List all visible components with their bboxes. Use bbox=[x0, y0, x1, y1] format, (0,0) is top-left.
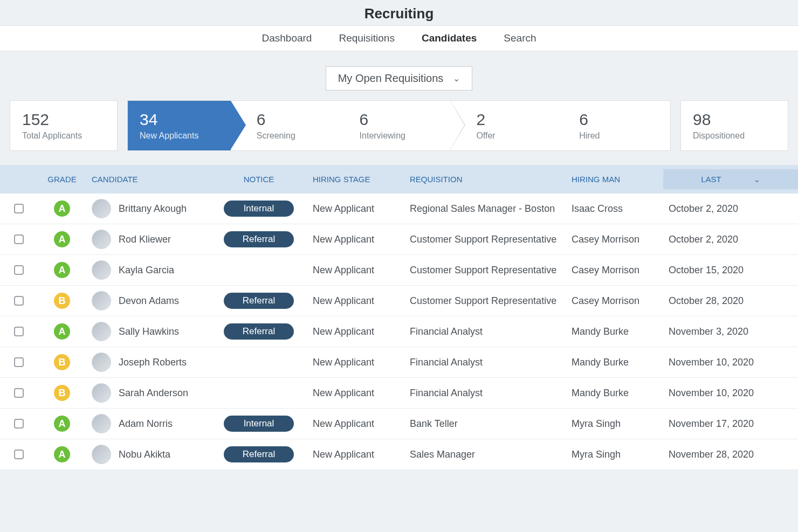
stage-new-applicants[interactable]: 34 New Applicants bbox=[128, 101, 231, 150]
total-applicants-label: Total Applicants bbox=[22, 131, 105, 141]
hiring-stage: New Applicant bbox=[307, 229, 404, 251]
row-checkbox[interactable] bbox=[14, 327, 24, 336]
row-checkbox[interactable] bbox=[14, 357, 24, 367]
col-header-stage[interactable]: HIRING STAGE bbox=[307, 169, 404, 189]
grade-badge: A bbox=[54, 262, 70, 278]
stage-offer[interactable]: 2 Offer bbox=[450, 101, 567, 150]
table-row[interactable]: BJoseph RobertsNew ApplicantFinancial An… bbox=[0, 347, 798, 378]
row-checkbox[interactable] bbox=[14, 419, 24, 429]
table-row[interactable]: ANobu AkiktaReferralNew ApplicantSales M… bbox=[0, 439, 798, 470]
row-checkbox[interactable] bbox=[14, 265, 24, 275]
grade-badge: A bbox=[54, 201, 70, 217]
hiring-stage: New Applicant bbox=[307, 198, 404, 220]
hiring-stage: New Applicant bbox=[307, 413, 404, 435]
avatar bbox=[92, 383, 111, 403]
tab-candidates[interactable]: Candidates bbox=[422, 32, 477, 44]
page-title: Recruiting bbox=[0, 5, 798, 22]
candidates-table: GRADE CANDIDATE NOTICE HIRING STAGE REQU… bbox=[0, 165, 798, 470]
hiring-manager: Myra Singh bbox=[566, 413, 663, 435]
last-date: October 15, 2020 bbox=[663, 259, 798, 281]
requisition-name: Customer Support Representative bbox=[404, 290, 566, 312]
candidate-name[interactable]: Brittany Akough bbox=[119, 203, 187, 215]
col-header-last[interactable]: LAST ⌄ bbox=[663, 169, 798, 189]
stage-hired[interactable]: 6 Hired bbox=[567, 101, 670, 150]
notice-badge: Referral bbox=[224, 323, 294, 340]
notice-badge: Referral bbox=[224, 231, 294, 247]
avatar bbox=[92, 199, 111, 218]
col-header-candidate[interactable]: CANDIDATE bbox=[86, 169, 210, 189]
grade-badge: A bbox=[54, 323, 70, 340]
table-row[interactable]: ABrittany AkoughInternalNew ApplicantReg… bbox=[0, 194, 798, 224]
grade-badge: B bbox=[54, 293, 70, 309]
table-row[interactable]: BSarah AndersonNew ApplicantFinancial An… bbox=[0, 378, 798, 409]
candidate-name[interactable]: Kayla Garcia bbox=[119, 265, 174, 276]
notice-badge: Internal bbox=[224, 416, 294, 432]
hiring-stage: New Applicant bbox=[307, 321, 404, 343]
pipeline-stages: 34 New Applicants 6 Screening 6 Intervie… bbox=[127, 100, 671, 151]
col-header-requisition[interactable]: REQUISITION bbox=[404, 169, 566, 189]
candidate-name[interactable]: Joseph Roberts bbox=[119, 357, 187, 368]
hiring-stage: New Applicant bbox=[307, 259, 404, 281]
last-date: November 10, 2020 bbox=[663, 351, 798, 374]
table-row[interactable]: ARod KliewerReferralNew ApplicantCustome… bbox=[0, 224, 798, 255]
candidate-name[interactable]: Rod Kliewer bbox=[119, 234, 171, 245]
candidate-name[interactable]: Sally Hawkins bbox=[119, 326, 179, 337]
requisition-name: Sales Manager bbox=[404, 444, 566, 466]
requisition-name: Bank Teller bbox=[404, 413, 566, 435]
col-header-grade[interactable]: GRADE bbox=[38, 169, 86, 189]
requisition-name: Financial Analyst bbox=[404, 321, 566, 343]
page-header: Recruiting bbox=[0, 0, 798, 26]
col-header-manager[interactable]: HIRING MAN bbox=[566, 169, 663, 189]
avatar bbox=[92, 445, 111, 464]
requisition-name: Customer Support Representative bbox=[404, 259, 566, 281]
avatar bbox=[92, 322, 111, 341]
table-row[interactable]: AAdam NorrisInternalNew ApplicantBank Te… bbox=[0, 409, 798, 439]
tab-dashboard[interactable]: Dashboard bbox=[262, 32, 312, 44]
total-applicants-card[interactable]: 152 Total Applicants bbox=[10, 100, 118, 151]
last-date: November 28, 2020 bbox=[663, 444, 798, 466]
hiring-manager: Isaac Cross bbox=[566, 198, 663, 220]
candidate-name[interactable]: Sarah Anderson bbox=[119, 388, 188, 399]
last-date: October 2, 2020 bbox=[663, 229, 798, 251]
stage-screening[interactable]: 6 Screening bbox=[231, 101, 348, 150]
candidate-name[interactable]: Adam Norris bbox=[119, 418, 173, 430]
pipeline: 152 Total Applicants 34 New Applicants 6… bbox=[0, 100, 798, 165]
dispositioned-card[interactable]: 98 Dispositioned bbox=[680, 100, 788, 151]
notice-badge: Internal bbox=[224, 201, 294, 217]
col-header-notice[interactable]: NOTICE bbox=[210, 169, 307, 189]
table-row[interactable]: AKayla GarciaNew ApplicantCustomer Suppo… bbox=[0, 255, 798, 286]
candidate-name[interactable]: Nobu Akikta bbox=[119, 449, 170, 460]
table-row[interactable]: BDevon AdamsReferralNew ApplicantCustome… bbox=[0, 286, 798, 316]
notice-badge: Referral bbox=[224, 293, 294, 309]
dispositioned-count: 98 bbox=[693, 110, 776, 129]
hiring-stage: New Applicant bbox=[307, 351, 404, 374]
requisition-name: Financial Analyst bbox=[404, 351, 566, 374]
avatar bbox=[92, 260, 111, 280]
candidate-name[interactable]: Devon Adams bbox=[119, 295, 179, 307]
last-date: November 10, 2020 bbox=[663, 382, 798, 404]
hiring-manager: Myra Singh bbox=[566, 444, 663, 466]
dispositioned-label: Dispositioned bbox=[693, 131, 776, 141]
grade-badge: B bbox=[54, 385, 70, 401]
hiring-manager: Mandy Burke bbox=[566, 382, 663, 404]
table-row[interactable]: ASally HawkinsReferralNew ApplicantFinan… bbox=[0, 316, 798, 347]
row-checkbox[interactable] bbox=[14, 450, 24, 459]
row-checkbox[interactable] bbox=[14, 296, 24, 306]
row-checkbox[interactable] bbox=[14, 388, 24, 398]
total-applicants-count: 152 bbox=[22, 110, 105, 129]
tab-requisitions[interactable]: Requisitions bbox=[339, 32, 395, 44]
row-checkbox[interactable] bbox=[14, 204, 24, 213]
stage-interviewing[interactable]: 6 Interviewing bbox=[348, 101, 451, 150]
grade-badge: A bbox=[54, 231, 70, 247]
requisition-name: Customer Support Representative bbox=[404, 229, 566, 251]
row-checkbox[interactable] bbox=[14, 234, 24, 244]
hiring-manager: Casey Morrison bbox=[566, 259, 663, 281]
requisition-filter-dropdown[interactable]: My Open Requisitions ⌄ bbox=[326, 66, 473, 91]
requisition-filter-label: My Open Requisitions bbox=[338, 72, 444, 85]
col-header-checkbox bbox=[0, 169, 38, 189]
main-tabs: Dashboard Requisitions Candidates Search bbox=[0, 26, 798, 51]
avatar bbox=[92, 353, 111, 372]
last-date: November 3, 2020 bbox=[663, 321, 798, 343]
last-date: October 28, 2020 bbox=[663, 290, 798, 312]
tab-search[interactable]: Search bbox=[504, 32, 536, 44]
